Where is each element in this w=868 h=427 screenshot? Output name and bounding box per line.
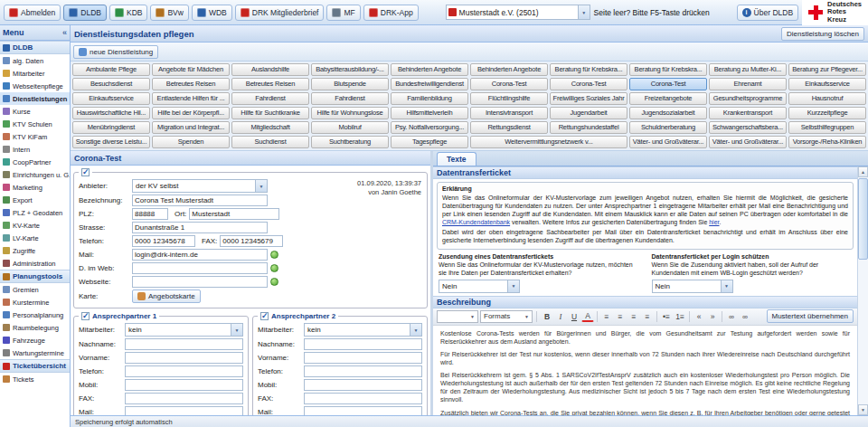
fax-input-1[interactable] — [125, 393, 243, 404]
sidebar-item-intern[interactable]: Intern — [0, 143, 70, 156]
service-button-mitgliedschaft[interactable]: Mitgliedschaft — [231, 121, 309, 134]
ort-input[interactable] — [189, 208, 279, 220]
sidebar-item-alg-daten[interactable]: alg. Daten — [0, 54, 70, 67]
ansprechpartner-2-checkbox[interactable] — [260, 312, 269, 320]
telefon-input-2[interactable] — [304, 365, 422, 377]
dropdown-trigger-icon[interactable]: ▼ — [578, 5, 590, 19]
bullet-list-button[interactable]: •≡ — [660, 310, 673, 323]
service-button-hauswirtschaftliche-hil-[interactable]: Hauswirtschaftliche Hil... — [72, 107, 150, 119]
service-button-suchtberatung[interactable]: Suchtberatung — [311, 136, 389, 148]
service-button-selbsthilfegruppen[interactable]: Selbsthilfegruppen — [788, 121, 866, 134]
link-button[interactable]: ∞ — [725, 310, 738, 323]
sidebar-item-webseitenpflege[interactable]: Webseitenpflege — [0, 80, 70, 92]
wdb-button[interactable]: WDB — [192, 5, 232, 21]
italic-button[interactable]: I — [554, 310, 567, 323]
dropdown-trigger-icon[interactable]: ▼ — [410, 324, 421, 336]
datentransfer-link[interactable]: CRM-Kundendatenbank — [442, 219, 510, 225]
service-button-freiwilliges-soziales-jahr[interactable]: Freiwilliges Soziales Jahr — [550, 92, 627, 105]
dropdown-trigger-icon[interactable]: ▼ — [507, 280, 519, 292]
mobil-input-2[interactable] — [304, 379, 422, 391]
service-button-sonstige-diverse-leistu-[interactable]: Sonstige diverse Leistu... — [72, 136, 150, 148]
sidebar-item-raumbelegung[interactable]: Raumbelegung — [0, 321, 70, 334]
underline-button[interactable]: U — [568, 310, 580, 323]
service-button-beratung-f-r-krebskra-[interactable]: Beratung für Krebskra... — [629, 63, 707, 76]
service-button-krankentransport[interactable]: Krankentransport — [709, 107, 787, 119]
service-button-jugendarbeit[interactable]: Jugendarbeit — [550, 107, 627, 119]
service-button-hilfe-bei-der-k-rperpfl-[interactable]: Hilfe bei der Körperpfl... — [152, 107, 230, 119]
mobil-input-1[interactable] — [125, 379, 243, 391]
sidebar-item-tickets[interactable]: Tickets — [0, 373, 70, 385]
service-button-auslandshilfe[interactable]: Auslandshilfe — [231, 63, 309, 76]
service-button-schuldnerberatung[interactable]: Schuldnerberatung — [629, 121, 707, 134]
service-button-weitervermittlungsnetzwerk-v-[interactable]: Weitervermittlungsnetzwerk v... — [470, 136, 627, 148]
service-button-fahrdienst[interactable]: Fahrdienst — [311, 92, 389, 105]
sidebar-item-administration[interactable]: Administration — [0, 257, 70, 270]
sidebar-item-fahrzeuge[interactable]: Fahrzeuge — [0, 334, 70, 346]
unlink-button[interactable]: ∞ — [739, 310, 751, 323]
mustertext-button[interactable]: Mustertext übernehmen — [767, 309, 854, 323]
service-button-rettungshundestaffel[interactable]: Rettungshundestaffel — [550, 121, 627, 134]
service-button-beratung-zur-pflegever-[interactable]: Beratung zur Pflegever... — [788, 63, 866, 76]
sidebar-item-dienstleistungen[interactable]: Dienstleistungen — [0, 92, 70, 105]
align-center-button[interactable]: ≡ — [614, 310, 627, 323]
service-button-betreutes-reisen[interactable]: Betreutes Reisen — [152, 78, 230, 90]
service-button-hausnotruf[interactable]: Hausnotruf — [788, 92, 866, 105]
sidebar-item-personalplanung[interactable]: Personalplanung — [0, 308, 70, 321]
service-button-bundesfreiwilligendienst[interactable]: Bundesfreiwilligendienst — [391, 78, 468, 90]
sidebar-item-plz-geodaten[interactable]: PLZ + Geodaten — [0, 206, 70, 219]
drk-mitgliederbrief-button[interactable]: DRK Mitgliederbrief — [235, 5, 325, 21]
service-button-betreutes-reisen[interactable]: Betreutes Reisen — [231, 78, 309, 90]
service-button-freizeitangebote[interactable]: Freizeitangebote — [629, 92, 707, 105]
delete-service-button[interactable]: Dienstleistung löschen — [781, 27, 864, 41]
about-dldb-button[interactable]: i Über DLDB — [737, 5, 798, 21]
section-header-dldb[interactable]: DLDB — [0, 41, 70, 54]
mail-input-2[interactable] — [304, 406, 422, 415]
section-header-planungstools[interactable]: Planungstools — [0, 270, 70, 283]
service-button-hilfe-f-r-wohnungslose[interactable]: Hilfe für Wohnungslose — [311, 107, 389, 119]
vorname-input-1[interactable] — [125, 352, 243, 364]
strasse-input[interactable] — [132, 222, 268, 233]
align-right-button[interactable]: ≡ — [627, 310, 640, 323]
service-button-corona-test[interactable]: Corona-Test — [629, 78, 707, 90]
section-header-ticket-bersicht[interactable]: Ticketübersicht — [0, 359, 70, 373]
service-button-tagespflege[interactable]: Tagespflege — [391, 136, 468, 148]
service-button-familienbildung[interactable]: Familienbildung — [391, 92, 468, 105]
service-button-ambulante-pflege[interactable]: Ambulante Pflege — [72, 63, 150, 76]
mail-input-1[interactable] — [125, 406, 243, 415]
bezeichnung-input[interactable] — [132, 195, 268, 206]
service-button-men-bringdienst[interactable]: Menübringdienst — [72, 121, 150, 134]
mail-input[interactable] — [132, 249, 268, 261]
sidebar-item-lv-karte[interactable]: LV-Karte — [0, 232, 70, 244]
sidebar-item-export[interactable]: Export — [0, 194, 70, 206]
service-button-behinderten-angebote[interactable]: Behinderten Angebote — [391, 63, 468, 76]
new-service-button[interactable]: neue Dienstleistung — [73, 45, 158, 59]
abmelden-button[interactable]: Abmelden — [4, 5, 61, 21]
dropdown-trigger-icon[interactable]: ▼ — [231, 324, 242, 336]
service-button-rettungsdienst[interactable]: Rettungsdienst — [470, 121, 548, 134]
sidebar-item-kurse[interactable]: Kurse — [0, 105, 70, 118]
drk-app-button[interactable]: DRK-App — [363, 5, 419, 21]
nachname-input-2[interactable] — [304, 338, 422, 350]
font-family-select[interactable]: ▼ — [437, 310, 478, 323]
dropdown-trigger-icon[interactable]: ▼ — [255, 180, 267, 192]
indent-button[interactable]: » — [706, 310, 719, 323]
service-button-angebote-f-r-m-dchen[interactable]: Angebote für Mädchen — [152, 63, 230, 76]
service-button-kurzzeitpflege[interactable]: Kurzzeitpflege — [788, 107, 866, 119]
sidebar-item-einrichtungen-u-g-[interactable]: Einrichtungen u. G... — [0, 168, 70, 181]
description-editor[interactable]: Kostenlose Corona-Tests werden für Bürge… — [433, 326, 857, 415]
service-button-corona-test[interactable]: Corona-Test — [550, 78, 627, 90]
service-button-entlastende-hilfen-f-r-[interactable]: Entlastende Hilfen für ... — [152, 92, 230, 105]
service-button-fahrdienst[interactable]: Fahrdienst — [231, 92, 309, 105]
vertical-scrollbar[interactable]: ▲ ▼ — [857, 166, 868, 415]
sidebar-item-mitarbeiter[interactable]: Mitarbeiter — [0, 67, 70, 80]
sidebar-item-wartungstermine[interactable]: Wartungstermine — [0, 346, 70, 359]
service-button-besuchsdienst[interactable]: Besuchsdienst — [72, 78, 150, 90]
webseite-input[interactable] — [132, 276, 268, 288]
vorname-input-2[interactable] — [304, 352, 422, 364]
scroll-up-button[interactable]: ▲ — [858, 166, 868, 177]
align-left-button[interactable]: ≡ — [600, 310, 613, 323]
plz-input[interactable] — [132, 208, 168, 220]
service-button-ehrenamt[interactable]: Ehrenamt — [709, 78, 787, 90]
sidebar-item-kurstermine[interactable]: Kurstermine — [0, 296, 70, 308]
bold-button[interactable]: B — [541, 310, 553, 323]
